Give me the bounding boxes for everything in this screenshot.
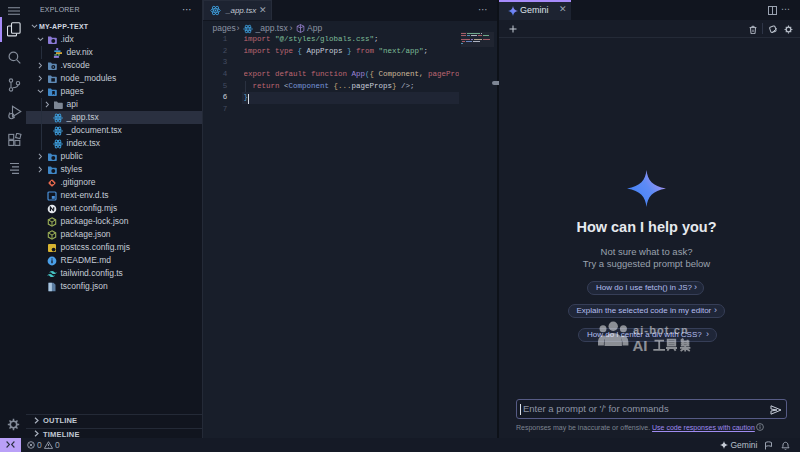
svg-text:AI: AI <box>633 337 648 354</box>
svg-text:ai-bot.cn: ai-bot.cn <box>633 324 689 336</box>
